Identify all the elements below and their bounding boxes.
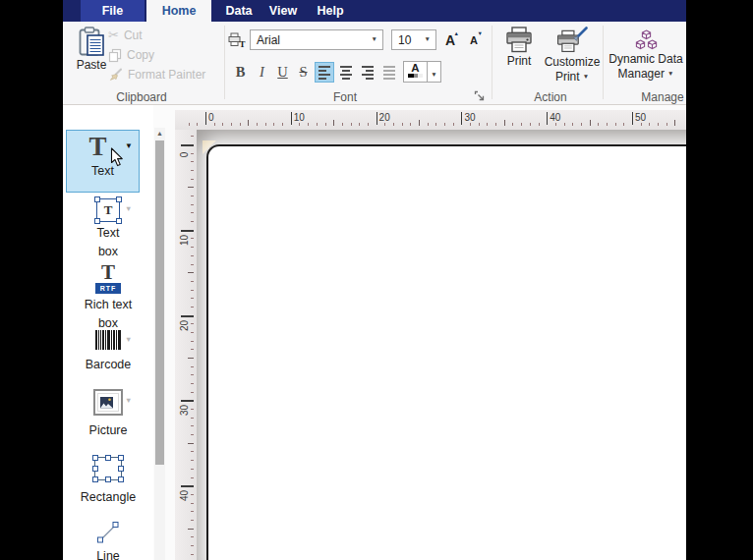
ruler-tick	[248, 120, 249, 126]
ruler-tick	[191, 153, 194, 154]
ruler-tick	[191, 281, 194, 282]
scissors-icon: ✂	[108, 28, 119, 42]
chevron-down-icon[interactable]: ▼	[125, 396, 132, 405]
font-group-label: Font	[224, 90, 466, 104]
toolbox-scrollbar[interactable]: ▲	[154, 128, 165, 560]
scrollbar-thumb[interactable]	[155, 140, 164, 465]
ruler-tick	[530, 123, 531, 126]
menu-file[interactable]: File	[81, 0, 145, 22]
ruler-tick	[191, 323, 194, 324]
strikethrough-button[interactable]: S	[293, 61, 314, 84]
tab-home[interactable]: Home	[146, 0, 211, 22]
ribbon: Paste ✂ Cut Copy Format Painter Clipboar…	[63, 22, 686, 105]
font-size-select[interactable]: 10 ▼	[391, 29, 436, 50]
ruler-tick	[191, 434, 194, 435]
toolbox-item-rectangle[interactable]: Rectangle	[63, 455, 153, 507]
tab-data[interactable]: Data	[215, 0, 262, 22]
underline-button[interactable]: U	[272, 61, 293, 84]
toolbox-item-text[interactable]: T ▼ Text	[66, 130, 140, 193]
ruler-label: 50	[635, 112, 646, 123]
ruler-tick	[191, 221, 194, 222]
ruler-tick	[191, 520, 194, 521]
toolbox-item-line[interactable]: Line	[63, 519, 153, 560]
ruler-tick	[658, 123, 659, 126]
caret-up-icon: ▲	[454, 30, 459, 36]
shrink-font-button[interactable]: A ▼	[464, 30, 484, 50]
align-center-button[interactable]	[336, 62, 356, 83]
align-left-button[interactable]	[315, 62, 334, 83]
align-right-button[interactable]	[358, 62, 377, 83]
ruler-tick	[342, 123, 343, 126]
ruler-tick	[461, 112, 462, 125]
ruler-tick	[188, 529, 194, 530]
ddm-label-2: Manager	[618, 68, 665, 81]
toolbox-item-picture[interactable]: ▼ Picture	[63, 389, 153, 440]
ruler-tick	[191, 418, 194, 419]
toolbox-item-barcode[interactable]: ▼ Barcode	[63, 330, 153, 374]
font-family-select[interactable]: Arial ▼	[250, 29, 383, 50]
font-dialog-launcher[interactable]	[474, 90, 486, 102]
align-left-icon	[316, 63, 333, 82]
align-justify-button[interactable]	[379, 62, 399, 83]
ruler-tick	[564, 123, 565, 126]
label-page[interactable]	[206, 144, 686, 560]
ruler-tick	[197, 123, 198, 126]
ruler-label: 30	[464, 112, 475, 123]
align-center-icon	[337, 63, 355, 82]
ruler-tick	[191, 460, 194, 461]
toolbox-panel: T ▼ Text T ▼ Text box T RTF	[63, 105, 153, 560]
copy-button[interactable]: Copy	[108, 46, 154, 64]
ruler-label: 20	[179, 314, 190, 336]
ruler-tick	[504, 120, 505, 126]
ruler-tick	[572, 123, 573, 126]
grow-font-button[interactable]: A ▲	[440, 30, 460, 50]
format-painter-button[interactable]: Format Painter	[108, 66, 205, 84]
mouse-cursor-icon	[110, 147, 124, 167]
ruler-tick	[188, 272, 194, 273]
ruler-tick	[539, 123, 540, 126]
ruler-tick	[666, 123, 667, 126]
ruler-label: 0	[208, 112, 214, 123]
ruler-tick	[191, 264, 194, 265]
ruler-tick	[191, 341, 194, 342]
chevron-down-icon[interactable]: ▼	[125, 335, 132, 344]
ruler-tick	[359, 123, 360, 126]
ruler-tick	[368, 123, 369, 126]
customize-print-label-1: Customize	[545, 56, 601, 69]
font-color-button[interactable]: A	[403, 61, 428, 83]
italic-button[interactable]: I	[252, 61, 272, 84]
tab-view[interactable]: View	[262, 0, 304, 22]
toolbox-item-richtextbox[interactable]: T RTF Rich text box	[63, 262, 153, 333]
ruler-tick	[641, 123, 642, 126]
chevron-down-icon[interactable]: ▼	[125, 141, 133, 150]
paste-button[interactable]: Paste	[73, 27, 110, 72]
ruler-tick	[191, 161, 194, 162]
tab-help[interactable]: Help	[308, 0, 353, 22]
ruler-tick	[615, 123, 616, 126]
ruler-tick	[231, 123, 232, 126]
chevron-down-icon[interactable]: ▼	[125, 204, 132, 213]
clipboard-group-label: Clipboard	[63, 90, 220, 104]
ruler-tick	[555, 123, 556, 126]
ruler-tick	[205, 112, 206, 125]
ruler-tick	[598, 123, 599, 126]
ruler-tick	[590, 120, 591, 126]
dynamic-data-manager-button[interactable]: Dynamic Data Manager ▼	[606, 27, 686, 81]
font-color-dropdown[interactable]: ▼	[428, 61, 441, 83]
scroll-up-icon[interactable]: ▲	[154, 128, 165, 140]
print-label: Print	[507, 55, 532, 68]
toolbox-item-textbox[interactable]: T ▼ Text box	[63, 198, 153, 261]
chevron-down-icon: ▼	[425, 36, 435, 43]
print-button[interactable]: Print	[498, 27, 540, 68]
cut-button[interactable]: ✂ Cut	[108, 27, 143, 44]
ruler-tick	[191, 451, 194, 452]
ruler-tick	[333, 120, 334, 126]
ruler-tick	[325, 123, 326, 126]
align-right-icon	[359, 63, 376, 82]
rtf-badge: RTF	[95, 283, 121, 294]
customize-print-button[interactable]: Customize Print ▼	[542, 27, 603, 84]
design-canvas[interactable]	[197, 130, 686, 560]
toolbox-item-label: Rectangle	[81, 488, 136, 507]
bold-button[interactable]: B	[230, 61, 251, 84]
group-separator	[492, 26, 492, 99]
